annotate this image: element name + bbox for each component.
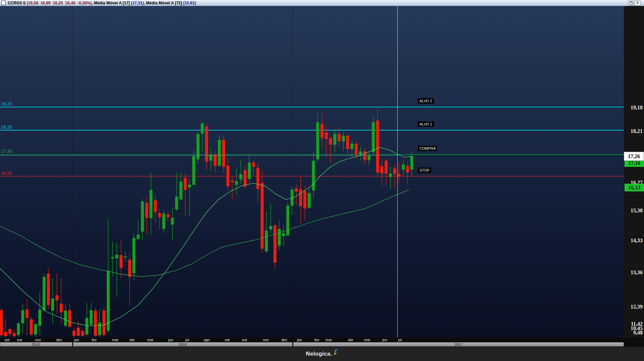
month-label: jun	[168, 338, 173, 342]
maximize-icon	[630, 2, 633, 5]
candle-down	[260, 183, 264, 249]
candle-up	[372, 122, 375, 152]
month-label: out	[242, 338, 247, 342]
candle-up	[137, 234, 140, 239]
title-segment-6: Média Móvel A [72]	[146, 1, 183, 5]
candle-up	[239, 174, 242, 180]
candle-up	[359, 151, 362, 155]
candle-down	[304, 191, 307, 209]
level-price-label-compra: 17,30	[1, 149, 12, 154]
year-segment-2016[interactable]: 2016	[73, 342, 292, 347]
candlestick-chart[interactable]	[0, 0, 644, 361]
candle-up	[333, 134, 336, 145]
candle-down	[145, 203, 148, 218]
candle-down	[222, 140, 225, 167]
candle-up	[150, 190, 153, 218]
axis-price-tag-16-13: 16,13	[625, 184, 644, 191]
time-axis-years[interactable]: 201520162017	[0, 342, 644, 347]
candle-up	[278, 229, 281, 246]
level-name-box-alvo1[interactable]: ALVO 1	[418, 121, 434, 127]
nelogica-logo-text: Nelogica.	[306, 351, 332, 357]
month-label: out	[17, 338, 22, 342]
candle-down	[30, 319, 33, 335]
level-name-box-alvo2[interactable]: ALVO 2	[418, 98, 434, 104]
candle-up	[265, 230, 268, 252]
candle-down	[158, 213, 161, 217]
candle-down	[299, 189, 302, 207]
candle-up	[269, 226, 272, 229]
candle-down	[4, 332, 7, 336]
axis-price-tag-17-26: 17,26	[624, 152, 644, 161]
candle-up	[51, 298, 54, 311]
title-segment-0: CCRO3 S	[8, 1, 27, 5]
candle-down	[8, 329, 11, 334]
time-axis-months[interactable]: setoutnovdezjanfevmarabrmaijunjulagoseto…	[0, 337, 644, 342]
candle-up	[410, 156, 413, 170]
candle-up	[141, 202, 144, 232]
month-label: jan	[74, 338, 79, 342]
candle-up	[282, 233, 285, 236]
month-label: set	[5, 338, 10, 342]
level-name-box-stop[interactable]: STOP	[418, 168, 431, 173]
year-segment-2015[interactable]: 2015	[0, 342, 72, 347]
nelogica-logo: Nelogica.	[306, 351, 338, 357]
candle-down	[184, 178, 187, 190]
candle-down	[321, 124, 324, 138]
price-tick-label: 14,33	[631, 238, 643, 244]
level-price-label-alvo2: 19,20	[1, 101, 12, 106]
candle-up	[34, 324, 37, 334]
candle-up	[90, 310, 93, 325]
chart-title: CCRO3 S (16,58 16,99 16,25 16,48 -0,36%)…	[8, 0, 196, 6]
month-label: fev	[315, 338, 320, 342]
candle-up	[308, 193, 311, 208]
candle-down	[227, 166, 230, 186]
candle-down	[128, 260, 131, 277]
level-name-box-compra[interactable]: COMPRA	[418, 146, 437, 151]
candle-up	[162, 214, 165, 229]
price-tick-label: 15,30	[631, 208, 643, 214]
candle-up	[342, 136, 345, 141]
month-label: nov	[263, 338, 269, 342]
title-segment-4: (17,31)	[131, 1, 144, 5]
candle-up	[175, 196, 178, 209]
month-label: dez	[56, 338, 62, 342]
year-segment-2017[interactable]: 2017	[293, 342, 624, 347]
month-label: abr	[348, 338, 353, 342]
trading-platform-window: 19,20ALVO 218,25ALVO 117,30COMPRA16,50ST…	[0, 0, 644, 361]
candle-down	[81, 331, 84, 336]
plot-group	[0, 6, 624, 340]
candle-up	[132, 238, 135, 273]
price-tick-label: 18,21	[631, 128, 643, 134]
maximize-button[interactable]	[628, 1, 634, 6]
window-titlebar[interactable]: CCRO3 S (16,58 16,99 16,25 16,48 -0,36%)…	[0, 0, 644, 6]
moving-average-72-line	[0, 190, 409, 277]
month-label: mai	[147, 338, 153, 342]
month-label: jul	[185, 338, 189, 342]
price-tick-label: 13,36	[631, 269, 643, 276]
nelogica-lightning-icon	[333, 349, 338, 356]
footer-band: Nelogica.	[0, 347, 644, 361]
candle-down	[167, 215, 170, 217]
candle-down	[47, 274, 50, 305]
candle-up	[85, 318, 88, 334]
title-segment-1: (16,58 16,99 16,25 16,48 -0,36%)	[27, 1, 92, 5]
month-label: set	[225, 338, 230, 342]
candle-down	[68, 310, 71, 327]
price-axis[interactable]: 19,1818,2116,2715,3014,3313,3612,3911,42…	[624, 6, 644, 337]
price-tick-label: 19,18	[631, 105, 643, 111]
candle-down	[380, 166, 384, 174]
candle-up	[124, 256, 127, 257]
candle-up	[98, 323, 101, 335]
close-button[interactable]: ✕	[635, 1, 641, 6]
candle-down	[77, 328, 80, 336]
candle-up	[351, 144, 354, 149]
candle-down	[355, 144, 358, 155]
candle-down	[55, 295, 58, 300]
month-label: nov	[35, 338, 41, 342]
candle-down	[13, 333, 16, 336]
candle-down	[94, 311, 97, 336]
candle-up	[171, 218, 174, 224]
candle-up	[286, 206, 289, 236]
candle-down	[0, 310, 3, 335]
candle-up	[367, 156, 370, 160]
